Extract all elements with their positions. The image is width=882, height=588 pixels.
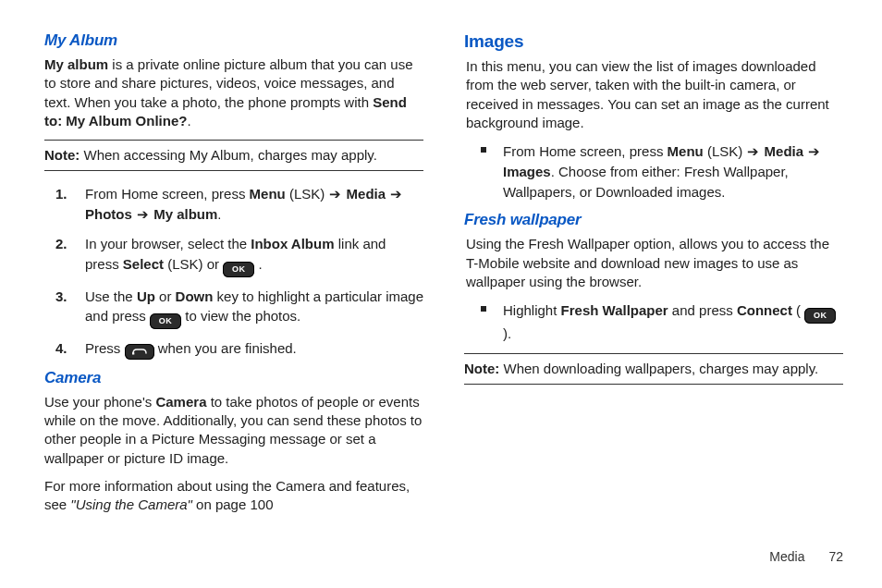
note-fresh-wallpaper: Note: When downloading wallpapers, charg… [464,353,843,385]
text: Camera [155,394,206,410]
left-column: My Album My album is a private online pi… [44,31,444,544]
text: . [217,206,221,222]
step-1: 1. From Home screen, press Menu (LSK) ➔ … [85,184,423,225]
step-number: 3. [55,287,67,307]
text: Inbox Album [251,236,334,251]
text: (LSK) [704,143,747,159]
images-description: In this menu, you can view the list of i… [466,57,843,132]
arrow-icon: ➔ [807,141,821,162]
arrow-icon: ➔ [389,184,403,204]
heading-my-album: My Album [44,31,423,50]
text: Images [503,164,551,179]
text: when you are finished. [154,340,297,356]
note-text: When accessing My Album, charges may app… [80,147,377,163]
arrow-icon: ➔ [328,184,342,204]
camera-more-info: For more information about using the Cam… [44,477,423,515]
text: (LSK) or [164,256,223,272]
text: to view the photos. [181,308,300,324]
arrow-icon: ➔ [746,141,760,162]
text: Press [85,340,125,356]
step-number: 2. [55,234,67,254]
images-bullets: From Home screen, press Menu (LSK) ➔ Med… [464,141,843,202]
cross-reference: "Using the Camera" [70,496,192,512]
arrow-icon: ➔ [136,204,150,225]
text: Photos [85,206,136,222]
text: (LSK) [286,186,329,202]
note-label: Note: [44,147,80,163]
text: In your browser, select the [85,236,251,251]
step-2: 2. In your browser, select the Inbox Alb… [85,234,423,277]
step-3: 3. Use the Up or Down key to highlight a… [85,287,423,330]
note-label: Note: [464,361,499,376]
step-4: 4. Press when you are finished. [85,338,423,360]
footer-page-number: 72 [828,549,843,564]
text: . [254,256,262,272]
right-column: Images In this menu, you can view the li… [444,31,843,544]
text: My album [150,206,217,222]
text: Select [123,256,164,272]
fresh-wallpaper-description: Using the Fresh Wallpaper option, allows… [466,235,843,291]
manual-page: My Album My album is a private online pi… [0,0,882,588]
text: Media [342,186,389,202]
svg-rect-0 [132,353,134,355]
text: My album [44,56,108,72]
heading-images: Images [464,31,843,52]
note-text: When downloading wallpapers, charges may… [499,361,818,376]
text: or [155,288,176,304]
text: Fresh Wallpaper [561,302,668,318]
ok-key-icon: OK [150,313,181,329]
text: and press [668,302,737,318]
camera-description: Use your phone's Camera to take photos o… [44,393,423,468]
text: Use the [85,288,137,304]
my-album-description: My album is a private online picture alb… [44,55,423,130]
text: ). [503,325,511,341]
text: Connect [737,302,792,318]
list-item: From Home screen, press Menu (LSK) ➔ Med… [503,141,843,202]
text: Menu [250,186,286,202]
footer-section: Media [769,549,804,564]
my-album-steps: 1. From Home screen, press Menu (LSK) ➔ … [44,184,423,360]
text: on page 100 [192,496,274,512]
note-my-album: Note: When accessing My Album, charges m… [44,140,423,171]
text: ( [792,302,804,318]
page-footer: Media 72 [44,544,843,564]
ok-key-icon: OK [223,262,254,277]
fresh-wallpaper-bullets: Highlight Fresh Wallpaper and press Conn… [464,300,843,344]
heading-camera: Camera [44,369,423,387]
text: Media [760,143,807,159]
columns: My Album My album is a private online pi… [44,31,843,544]
heading-fresh-wallpaper: Fresh wallpaper [464,211,843,229]
step-number: 4. [55,338,67,359]
text: Highlight [503,302,561,318]
text: Up [137,288,155,304]
text: Use your phone's [44,394,155,410]
text: Menu [668,143,704,159]
step-number: 1. [55,184,67,204]
text: From Home screen, press [85,186,250,202]
ok-key-icon: OK [804,308,836,324]
list-item: Highlight Fresh Wallpaper and press Conn… [503,300,843,344]
text: Down [176,288,214,304]
end-key-icon [125,344,154,360]
text: From Home screen, press [503,143,668,159]
text: . [187,113,190,129]
